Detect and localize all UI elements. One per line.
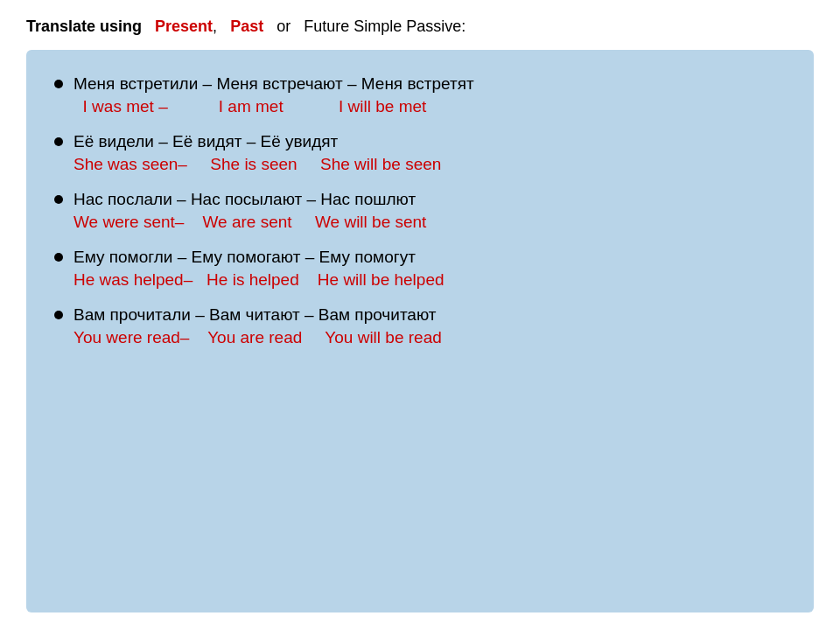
bullet-icon	[54, 195, 63, 204]
russian-line: Её видели – Её видят – Её увидят	[54, 132, 786, 151]
english-line: You were read– You are read You will be …	[74, 328, 786, 347]
list-item: Нас послали – Нас посылают – Нас пошлют …	[54, 190, 786, 232]
list-item: Ему помогли – Ему помогают – Ему помогут…	[54, 248, 786, 290]
russian-line: Нас послали – Нас посылают – Нас пошлют	[54, 190, 786, 209]
english-line: We were sent– We are sent We will be sen…	[74, 213, 786, 232]
russian-text: Ему помогли – Ему помогают – Ему помогут	[74, 248, 416, 267]
english-line: She was seen– She is seen She will be se…	[74, 155, 786, 174]
bullet-icon	[54, 253, 63, 262]
list-item: Меня встретили – Меня встречают – Меня в…	[54, 74, 786, 116]
bullet-icon	[54, 311, 63, 319]
header-past: Past	[230, 18, 263, 35]
list-item: Её видели – Её видят – Её увидят She was…	[54, 132, 786, 174]
russian-line: Вам прочитали – Вам читают – Вам прочита…	[54, 305, 786, 325]
russian-line: Ему помогли – Ему помогают – Ему помогут	[54, 248, 786, 267]
russian-line: Меня встретили – Меня встречают – Меня в…	[54, 74, 786, 94]
english-line: He was helped– He is helped He will be h…	[74, 270, 786, 290]
english-part-5: You were read– You are read You will be …	[74, 328, 442, 346]
english-line: I was met – I am met I will be met	[74, 97, 786, 116]
page-header: Translate using Present, Past or Future …	[26, 18, 814, 36]
header-translate-label: Translate using	[26, 18, 142, 35]
list-item: Вам прочитали – Вам читают – Вам прочита…	[54, 305, 786, 347]
header-future: Future Simple Passive	[304, 18, 461, 35]
english-part-1: I was met – I am met I will be met	[74, 97, 426, 116]
russian-text: Вам прочитали – Вам читают – Вам прочита…	[74, 305, 436, 325]
header-present: Present	[155, 18, 213, 35]
english-part-3: We were sent– We are sent We will be sen…	[74, 213, 426, 231]
russian-text: Её видели – Её видят – Её увидят	[74, 132, 338, 151]
bullet-icon	[54, 80, 63, 88]
russian-text: Нас послали – Нас посылают – Нас пошлют	[74, 190, 416, 209]
exercise-box: Меня встретили – Меня встречают – Меня в…	[26, 50, 814, 612]
english-part-4: He was helped– He is helped He will be h…	[74, 270, 444, 289]
bullet-icon	[54, 137, 63, 146]
russian-text: Меня встретили – Меня встречают – Меня в…	[74, 74, 474, 94]
english-part-2: She was seen– She is seen She will be se…	[74, 155, 441, 173]
